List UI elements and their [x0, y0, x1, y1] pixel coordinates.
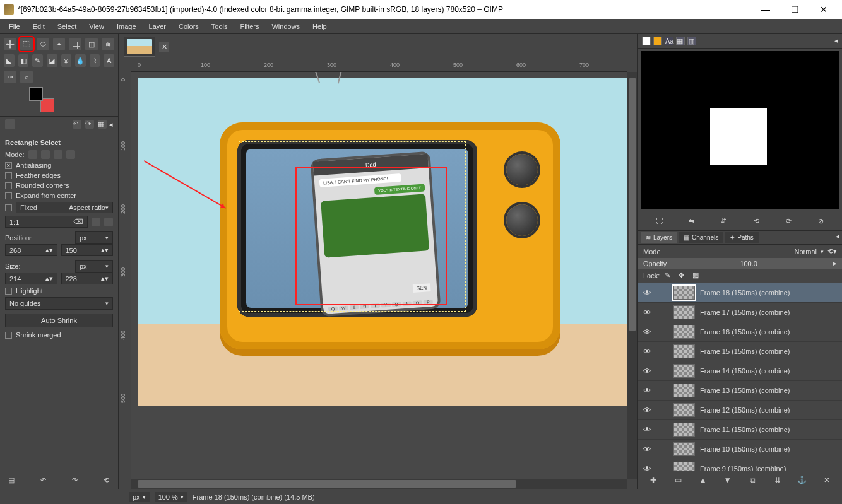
delete-layer-icon[interactable]: ✕	[822, 475, 832, 485]
layer-row[interactable]: 👁Frame 18 (150ms) (combine)	[638, 283, 842, 303]
swatch-orange[interactable]	[653, 37, 662, 45]
tab-icon-2[interactable]: ↷	[85, 120, 94, 129]
tab-layers[interactable]: ≋Layers	[641, 232, 677, 243]
bucket-fill-tool[interactable]: ◣	[4, 54, 15, 67]
antialiasing-checkbox[interactable]	[5, 162, 12, 169]
layer-row[interactable]: 👁Frame 13 (150ms) (combine)	[638, 381, 842, 401]
fixed-checkbox[interactable]	[5, 204, 12, 211]
visibility-icon[interactable]: 👁	[643, 425, 653, 435]
ruler-vertical[interactable]: 0 100 200 300 400 500	[119, 72, 131, 479]
visibility-icon[interactable]: 👁	[643, 464, 653, 471]
new-layer-icon[interactable]: ✚	[648, 475, 658, 485]
path-tool[interactable]: ⌇	[90, 54, 100, 67]
tab-channels[interactable]: ▦Channels	[679, 232, 723, 243]
layer-name[interactable]: Frame 16 (150ms) (combine)	[700, 328, 837, 336]
mode-add-icon[interactable]	[41, 150, 50, 159]
status-unit-select[interactable]: px▾	[129, 492, 150, 502]
mode-intersect-icon[interactable]	[66, 150, 75, 159]
layer-row[interactable]: 👁Frame 14 (150ms) (combine)	[638, 361, 842, 381]
layer-row[interactable]: 👁Frame 16 (150ms) (combine)	[638, 322, 842, 342]
guides-select[interactable]: No guides▾	[5, 297, 113, 310]
reset-icon[interactable]: ⟲	[102, 475, 112, 485]
size-w-input[interactable]: 214▴▾	[5, 273, 57, 284]
menu-edit[interactable]: Edit	[28, 21, 50, 32]
shrink-merged-checkbox[interactable]	[5, 332, 12, 339]
menu-colors[interactable]: Colors	[174, 21, 204, 32]
lock-position-icon[interactable]: ✥	[679, 271, 687, 280]
layer-name[interactable]: Frame 14 (150ms) (combine)	[700, 367, 837, 375]
menu-windows[interactable]: Windows	[266, 21, 305, 32]
nav-flip-h-icon[interactable]: ⇋	[686, 215, 697, 226]
layer-down-icon[interactable]: ▼	[723, 475, 733, 485]
auto-shrink-button[interactable]: Auto Shrink	[5, 314, 113, 327]
tab-close-icon[interactable]: ✕	[159, 42, 169, 52]
layer-group-icon[interactable]: ▭	[673, 475, 683, 485]
layer-name[interactable]: Frame 17 (150ms) (combine)	[700, 308, 837, 316]
move-tool[interactable]	[4, 38, 16, 50]
swatch-white[interactable]	[642, 37, 651, 45]
size-unit-select[interactable]: px▾	[75, 260, 113, 273]
menu-filters[interactable]: Filters	[235, 21, 264, 32]
merge-down-icon[interactable]: ⇊	[773, 475, 783, 485]
mode-select[interactable]: Normal	[795, 248, 817, 255]
layer-name[interactable]: Frame 9 (150ms) (combine)	[700, 465, 837, 471]
tool-options-tab-icon[interactable]	[5, 119, 15, 129]
redo-icon[interactable]: ↷	[70, 475, 80, 485]
anchor-layer-icon[interactable]: ⚓	[797, 475, 807, 485]
menu-help[interactable]: Help	[307, 21, 332, 32]
menu-file[interactable]: File	[4, 21, 25, 32]
eraser-tool[interactable]: ◪	[47, 54, 57, 67]
menu-select[interactable]: Select	[52, 21, 82, 32]
foreground-color[interactable]	[29, 87, 43, 101]
save-preset-icon[interactable]: ▤	[6, 475, 16, 485]
opacity-value[interactable]: 100.0	[740, 260, 757, 267]
image-tab[interactable]	[124, 37, 155, 57]
pencil-tool[interactable]: ✎	[32, 54, 43, 67]
nav-flip-v-icon[interactable]: ⇵	[718, 215, 730, 226]
close-button[interactable]: ✕	[809, 0, 838, 19]
warp-tool[interactable]: ≋	[102, 38, 114, 50]
visibility-icon[interactable]: 👁	[643, 386, 653, 396]
lock-pixels-icon[interactable]: ✎	[665, 271, 673, 280]
swatch-history-icon[interactable]: ▦	[676, 37, 685, 45]
undo-icon[interactable]: ↶	[38, 475, 48, 485]
ratio-input[interactable]: 1:1⌫	[5, 216, 88, 228]
visibility-icon[interactable]: 👁	[643, 308, 653, 317]
size-h-input[interactable]: 228▴▾	[61, 273, 114, 284]
mode-replace-icon[interactable]	[28, 150, 37, 159]
layer-name[interactable]: Frame 15 (150ms) (combine)	[700, 348, 837, 355]
mode-reset-icon[interactable]: ⟲▾	[827, 247, 837, 255]
rounded-checkbox[interactable]	[5, 182, 12, 189]
fuzzy-select-tool[interactable]: ✦	[53, 38, 66, 50]
scrollbar-horizontal[interactable]	[131, 479, 627, 489]
menu-view[interactable]: View	[84, 21, 109, 32]
layer-row[interactable]: 👁Frame 11 (150ms) (combine)	[638, 420, 842, 440]
layer-row[interactable]: 👁Frame 9 (150ms) (combine)	[638, 459, 842, 471]
position-x-input[interactable]: 268▴▾	[5, 244, 57, 256]
gradient-tool[interactable]: ◧	[18, 54, 29, 67]
expand-checkbox[interactable]	[5, 192, 12, 199]
menu-tools[interactable]: Tools	[206, 21, 233, 32]
portrait-icon[interactable]	[92, 218, 100, 226]
clone-tool[interactable]: ⊚	[61, 54, 72, 67]
nav-rotate-r-icon[interactable]: ⟳	[783, 215, 794, 226]
maximize-button[interactable]: ☐	[780, 0, 809, 19]
layer-name[interactable]: Frame 12 (150ms) (combine)	[700, 406, 837, 414]
layer-row[interactable]: 👁Frame 10 (150ms) (combine)	[638, 440, 842, 459]
minimize-button[interactable]: —	[751, 0, 780, 19]
layer-name[interactable]: Frame 10 (150ms) (combine)	[700, 445, 837, 453]
nav-reset-icon[interactable]: ⊘	[815, 215, 826, 226]
visibility-icon[interactable]: 👁	[643, 445, 653, 454]
dock-menu-icon[interactable]: ◂	[836, 232, 839, 243]
swatch-other-icon[interactable]: ▥	[687, 37, 696, 45]
visibility-icon[interactable]: 👁	[643, 288, 653, 298]
crop-tool[interactable]	[69, 38, 81, 50]
duplicate-layer-icon[interactable]: ⧉	[747, 475, 757, 485]
layer-name[interactable]: Frame 18 (150ms) (combine)	[700, 289, 837, 296]
visibility-icon[interactable]: 👁	[643, 366, 653, 376]
layer-row[interactable]: 👁Frame 15 (150ms) (combine)	[638, 342, 842, 361]
color-picker-tool[interactable]: ✑	[4, 71, 16, 83]
smudge-tool[interactable]: 💧	[75, 54, 86, 67]
lock-alpha-icon[interactable]: ▩	[692, 271, 701, 280]
fixed-select[interactable]: FixedAspect ratio▾	[16, 202, 113, 213]
